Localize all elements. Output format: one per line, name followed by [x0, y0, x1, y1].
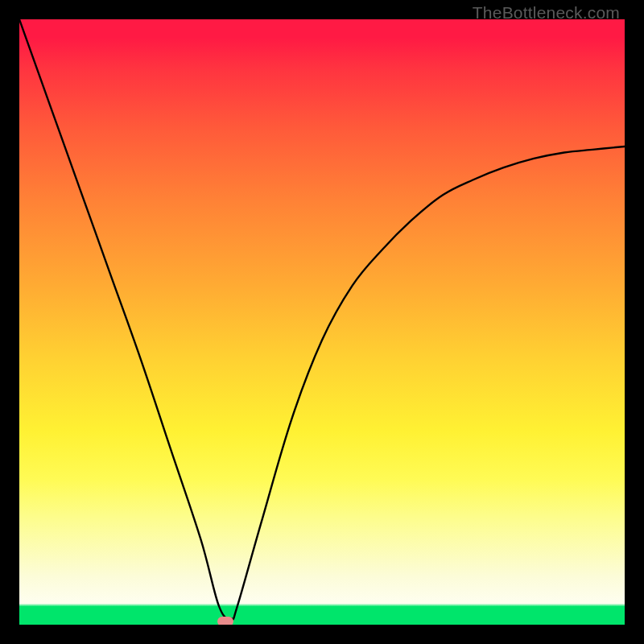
chart-plot-area [19, 19, 625, 625]
minimum-marker [217, 617, 233, 625]
bottleneck-curve [19, 19, 625, 625]
watermark-text: TheBottleneck.com [473, 3, 620, 23]
